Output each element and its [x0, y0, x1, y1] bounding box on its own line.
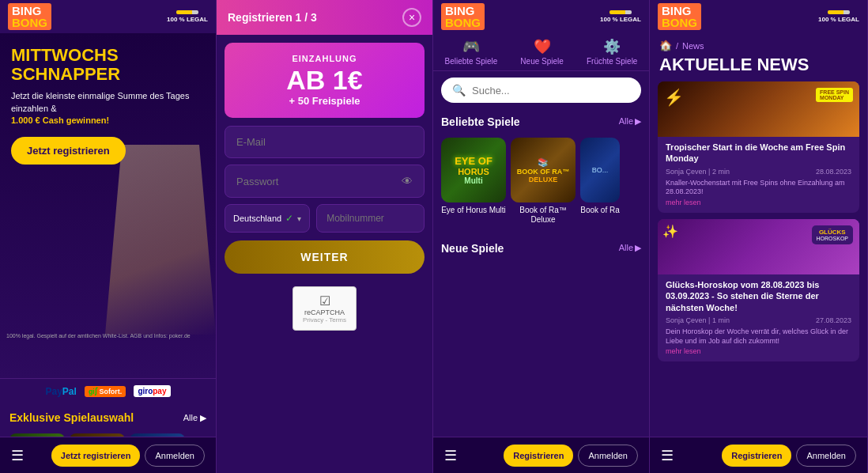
bonus-amount: AB 1€	[237, 66, 412, 93]
game-card-third[interactable]: BO... Book of Ra	[580, 138, 620, 225]
captcha-box[interactable]: ☑ reCAPTCHA Privacy - Terms	[292, 286, 357, 331]
news-card-1[interactable]: FREE SPIN MONDAY ⚡ Tropischer Start in d…	[658, 81, 859, 213]
neue-spiele-section: Neue Spiele Alle ▶	[433, 229, 649, 264]
breadcrumb: 🏠 / News	[650, 33, 867, 55]
game-name-third: Book of Ra	[580, 206, 619, 215]
country-select[interactable]: Deutschland ✓ ▾	[225, 204, 310, 233]
news-author-1: Sonja Çeven | 2 min	[666, 168, 730, 176]
password-input[interactable]	[236, 176, 402, 187]
exclusive-alle-link[interactable]: Alle ▶	[183, 413, 206, 423]
hamburger-icon-3[interactable]: ☰	[444, 447, 457, 464]
beliebte-icon: 🎮	[462, 38, 480, 55]
close-button[interactable]: ×	[402, 8, 421, 27]
search-bar: 🔍	[441, 78, 641, 103]
legal-bar-3	[609, 10, 632, 14]
news-page-title: AKTUELLE NEWS	[650, 55, 867, 81]
login-button-1[interactable]: Anmelden	[145, 445, 205, 467]
registration-step: Registrieren 1 / 3	[228, 11, 317, 24]
header-panel3: BING BONG 100 % LEGAL	[433, 0, 649, 33]
login-button-3[interactable]: Anmelden	[578, 445, 638, 467]
email-field[interactable]	[225, 126, 425, 158]
hamburger-icon-4[interactable]: ☰	[661, 447, 674, 464]
news-date-1: 28.08.2023	[816, 168, 851, 176]
legal-badge-1: 100 % LEGAL	[167, 10, 208, 23]
exclusive-title: Exklusive Spielauswahl	[9, 411, 134, 424]
nav-fruchte-spiele[interactable]: ⚙️ Früchte Spiele	[587, 38, 637, 66]
legal-bar-1	[176, 10, 198, 14]
model-decoration	[105, 145, 216, 335]
neue-section-title: Neue Spiele	[441, 242, 504, 255]
game-card-eye-of-horus[interactable]: EYE OF HORUS Multi Eye of Horus Multi	[441, 138, 506, 225]
nav-beliebte-spiele[interactable]: 🎮 Beliebte Spiele	[445, 38, 498, 66]
bora-label: 📚 BOOK OF RA™ DELUXE	[517, 157, 570, 184]
giropay-logo: giropay	[134, 385, 170, 397]
search-icon: 🔍	[452, 84, 466, 96]
bonus-label: EINZAHLUNG	[237, 54, 412, 63]
promo-title: MITTWOCHS SCHNAPPER	[11, 46, 205, 84]
nav-btn-group-3: Registrieren Anmelden	[504, 445, 638, 467]
register-button-3[interactable]: Registrieren	[504, 445, 573, 467]
glucks-icon: ✨	[662, 224, 678, 239]
breadcrumb-news[interactable]: News	[682, 41, 704, 51]
mehr-lesen-2[interactable]: mehr lesen	[666, 347, 851, 355]
breadcrumb-separator: /	[676, 41, 678, 51]
weiter-button[interactable]: Weiter	[225, 240, 425, 274]
legal-bar-4	[828, 10, 850, 14]
phone-input[interactable]	[326, 213, 414, 224]
beliebte-section-header: Beliebte Spiele Alle ▶	[433, 109, 649, 133]
beliebte-alle-link[interactable]: Alle ▶	[619, 116, 641, 127]
bottom-nav-4: ☰ Registrieren Anmelden	[650, 437, 867, 473]
promo-register-button[interactable]: Jetzt registrieren	[11, 137, 126, 165]
promo-text: Jetzt die kleinste einmalige Summe des T…	[11, 90, 205, 127]
logo-box: BING BONG	[8, 3, 51, 30]
exclusive-header: Exklusive Spielauswahl Alle ▶	[9, 411, 206, 424]
beliebte-games-row: EYE OF HORUS Multi Eye of Horus Multi 📚 …	[433, 138, 649, 225]
game-nav: 🎮 Beliebte Spiele ❤️ Neue Spiele ⚙️ Früc…	[433, 33, 649, 71]
header-panel4: BING BONG 100 % LEGAL	[650, 0, 867, 33]
panel-registration: Registrieren 1 / 3 × EINZAHLUNG AB 1€ + …	[217, 0, 433, 473]
game-img-book-of-ra: 📚 BOOK OF RA™ DELUXE	[511, 138, 576, 202]
phone-field[interactable]	[316, 204, 425, 233]
neue-alle-link[interactable]: Alle ▶	[619, 243, 641, 253]
neue-icon: ❤️	[534, 38, 551, 55]
arrow-neue-icon: ▶	[635, 243, 641, 253]
arrow-alle-icon: ▶	[635, 116, 641, 127]
glucks-badge: GLÜCKS HOROSKOP	[812, 225, 853, 244]
promo-bg: MITTWOCHS SCHNAPPER Jetzt die kleinste e…	[0, 33, 216, 378]
game-img-eye-of-horus: EYE OF HORUS Multi	[441, 138, 506, 202]
phone-row: Deutschland ✓ ▾	[225, 204, 425, 233]
game-name-eye-of-horus: Eye of Horus Multi	[441, 206, 506, 215]
payment-row: PayPal giʃ Sofort. giropay	[0, 378, 216, 403]
show-password-icon[interactable]: 👁	[402, 175, 413, 187]
news-img-2: ✨ GLÜCKS HOROSKOP	[658, 219, 859, 274]
news-date-2: 27.08.2023	[816, 316, 851, 324]
fruchte-label: Früchte Spiele	[587, 57, 637, 66]
password-field[interactable]: 👁	[225, 165, 425, 198]
logo-panel1[interactable]: BING BONG	[8, 3, 53, 30]
logo-panel3[interactable]: BING BONG	[441, 3, 486, 30]
search-input[interactable]	[472, 85, 630, 96]
register-button-4[interactable]: Registrieren	[722, 445, 791, 467]
mehr-lesen-1[interactable]: mehr lesen	[666, 199, 851, 206]
news-body-2: Glücks-Horoskop vom 28.08.2023 bis 03.09…	[658, 274, 859, 361]
hamburger-icon-1[interactable]: ☰	[11, 447, 24, 464]
sofort-logo: giʃ Sofort.	[85, 386, 126, 397]
logo-panel4[interactable]: BING BONG	[658, 3, 703, 30]
paypal-logo: PayPal	[46, 386, 77, 397]
login-button-4[interactable]: Anmelden	[796, 445, 856, 467]
email-input[interactable]	[236, 136, 413, 148]
panel-games: BING BONG 100 % LEGAL 🎮 Beliebte Spiele …	[433, 0, 650, 473]
register-button-1[interactable]: Jetzt registrieren	[51, 445, 141, 467]
news-card-2[interactable]: ✨ GLÜCKS HOROSKOP Glücks-Horoskop vom 28…	[658, 219, 859, 361]
beliebte-label: Beliebte Spiele	[445, 57, 498, 66]
news-body-1: Tropischer Start in die Woche am Free Sp…	[658, 137, 859, 213]
game-name-book-of-ra: Book of Ra™ Deluxe	[511, 206, 576, 225]
country-label: Deutschland	[233, 214, 281, 223]
game-card-book-of-ra[interactable]: 📚 BOOK OF RA™ DELUXE Book of Ra™ Deluxe	[511, 138, 576, 225]
chevron-down-icon: ▾	[297, 214, 301, 223]
nav-neue-spiele[interactable]: ❤️ Neue Spiele	[520, 38, 563, 66]
free-spin-badge: FREE SPIN MONDAY	[816, 88, 853, 102]
arrow-right-icon: ▶	[200, 413, 206, 423]
panel4-scroll: 🏠 / News AKTUELLE NEWS FREE SPIN MONDAY …	[650, 33, 867, 437]
home-icon[interactable]: 🏠	[659, 40, 672, 51]
